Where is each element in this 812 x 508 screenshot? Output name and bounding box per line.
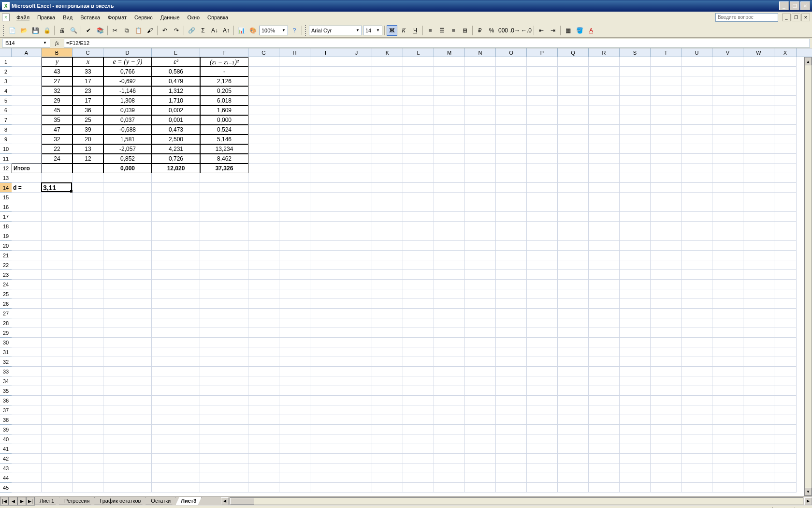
cell-U38[interactable] xyxy=(682,415,712,425)
cell-S43[interactable] xyxy=(620,463,651,473)
cell-W18[interactable] xyxy=(743,222,774,231)
cell-R42[interactable] xyxy=(589,454,620,463)
cell-M44[interactable] xyxy=(434,473,465,483)
cell-G24[interactable] xyxy=(248,280,279,289)
row-header-37[interactable]: 37 xyxy=(0,405,12,415)
cell-L42[interactable] xyxy=(403,454,434,463)
cell-D10[interactable]: -2,057 xyxy=(103,144,152,154)
cell-L28[interactable] xyxy=(403,318,434,328)
cell-A12[interactable]: Итого xyxy=(12,164,42,173)
cell-V12[interactable] xyxy=(712,164,743,173)
cell-K8[interactable] xyxy=(372,125,403,134)
doc-restore-button[interactable]: ❐ xyxy=(792,14,800,21)
cell-S1[interactable] xyxy=(620,57,651,67)
cell-W33[interactable] xyxy=(743,367,774,376)
cell-P22[interactable] xyxy=(527,260,558,270)
cell-P45[interactable] xyxy=(527,483,558,493)
cell-E36[interactable] xyxy=(152,396,200,405)
cell-W8[interactable] xyxy=(743,125,774,134)
cell-D32[interactable] xyxy=(103,357,152,367)
cell-L45[interactable] xyxy=(403,483,434,493)
cell-E30[interactable] xyxy=(152,338,200,347)
cell-M20[interactable] xyxy=(434,241,465,251)
cell-R12[interactable] xyxy=(589,164,620,173)
cell-O13[interactable] xyxy=(496,173,527,183)
cell-X6[interactable] xyxy=(774,105,797,115)
cell-B33[interactable] xyxy=(42,367,72,376)
cell-W24[interactable] xyxy=(743,280,774,289)
cell-G44[interactable] xyxy=(248,473,279,483)
cell-Q34[interactable] xyxy=(558,376,589,386)
cell-D6[interactable]: 0,039 xyxy=(103,105,152,115)
cell-S25[interactable] xyxy=(620,289,651,299)
cell-F43[interactable] xyxy=(200,463,248,473)
cell-T42[interactable] xyxy=(651,454,682,463)
cell-R30[interactable] xyxy=(589,338,620,347)
cell-G29[interactable] xyxy=(248,328,279,338)
cell-K41[interactable] xyxy=(372,444,403,454)
cell-G38[interactable] xyxy=(248,415,279,425)
cell-H34[interactable] xyxy=(279,376,310,386)
cell-R5[interactable] xyxy=(589,96,620,105)
cell-P39[interactable] xyxy=(527,425,558,434)
cell-L24[interactable] xyxy=(403,280,434,289)
cell-K22[interactable] xyxy=(372,260,403,270)
cell-J42[interactable] xyxy=(341,454,372,463)
sort-asc-icon[interactable]: A↓ xyxy=(209,25,220,36)
cell-W20[interactable] xyxy=(743,241,774,251)
cell-B14[interactable]: 3,11 xyxy=(42,183,72,193)
cell-V28[interactable] xyxy=(712,318,743,328)
cell-K12[interactable] xyxy=(372,164,403,173)
cell-R22[interactable] xyxy=(589,260,620,270)
cell-K32[interactable] xyxy=(372,357,403,367)
cell-X28[interactable] xyxy=(774,318,797,328)
cell-L20[interactable] xyxy=(403,241,434,251)
cell-D28[interactable] xyxy=(103,318,152,328)
cell-W28[interactable] xyxy=(743,318,774,328)
cell-U43[interactable] xyxy=(682,463,712,473)
cell-O26[interactable] xyxy=(496,299,527,309)
cell-Q44[interactable] xyxy=(558,473,589,483)
cell-W14[interactable] xyxy=(743,183,774,193)
scroll-down-button[interactable]: ▼ xyxy=(805,488,812,495)
cell-S40[interactable] xyxy=(620,434,651,444)
cell-N17[interactable] xyxy=(465,212,496,222)
row-header-35[interactable]: 35 xyxy=(0,386,12,396)
autosum-icon[interactable]: Σ xyxy=(198,25,208,36)
cell-F13[interactable] xyxy=(200,173,248,183)
cell-P38[interactable] xyxy=(527,415,558,425)
cell-U7[interactable] xyxy=(682,115,712,125)
cell-G35[interactable] xyxy=(248,386,279,396)
cell-L44[interactable] xyxy=(403,473,434,483)
cell-V20[interactable] xyxy=(712,241,743,251)
cell-S3[interactable] xyxy=(620,76,651,86)
cell-R11[interactable] xyxy=(589,154,620,164)
cell-S16[interactable] xyxy=(620,202,651,212)
cell-R40[interactable] xyxy=(589,434,620,444)
cell-T32[interactable] xyxy=(651,357,682,367)
undo-icon[interactable]: ↶ xyxy=(160,25,170,36)
cell-H40[interactable] xyxy=(279,434,310,444)
cell-D13[interactable] xyxy=(103,173,152,183)
cell-C13[interactable] xyxy=(72,173,103,183)
cell-T2[interactable] xyxy=(651,67,682,76)
cell-K17[interactable] xyxy=(372,212,403,222)
cell-W22[interactable] xyxy=(743,260,774,270)
cell-N34[interactable] xyxy=(465,376,496,386)
cell-S42[interactable] xyxy=(620,454,651,463)
cell-T33[interactable] xyxy=(651,367,682,376)
menu-window[interactable]: Окно xyxy=(184,14,204,21)
cell-A11[interactable] xyxy=(12,154,42,164)
cell-C3[interactable]: 17 xyxy=(72,76,103,86)
cell-W40[interactable] xyxy=(743,434,774,444)
cell-T15[interactable] xyxy=(651,193,682,202)
cell-U28[interactable] xyxy=(682,318,712,328)
column-header-A[interactable]: A xyxy=(12,48,42,57)
cell-R44[interactable] xyxy=(589,473,620,483)
cell-N9[interactable] xyxy=(465,134,496,144)
cell-N45[interactable] xyxy=(465,483,496,493)
cell-U5[interactable] xyxy=(682,96,712,105)
cell-L4[interactable] xyxy=(403,86,434,96)
column-header-R[interactable]: R xyxy=(589,48,620,57)
drawing-icon[interactable]: 🎨 xyxy=(247,25,258,36)
